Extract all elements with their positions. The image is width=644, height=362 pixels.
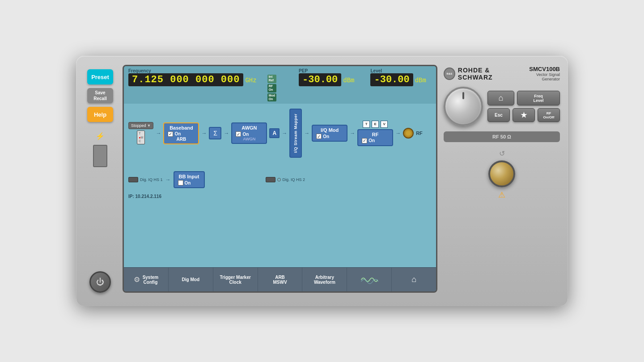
flow-area: Stopped ▼ T●MC → Baseband On: [124, 104, 436, 267]
arrow1: →: [156, 130, 161, 136]
dig-iq-hs2-section: Dig. IQ HS 2: [266, 177, 305, 182]
iq-mod-on-label: On: [323, 134, 329, 139]
tmc-block: T●MC: [137, 130, 145, 144]
power-button[interactable]: ⏻: [89, 271, 111, 293]
nav-wave-display[interactable]: [347, 268, 392, 291]
bb-input-block[interactable]: BB Input On: [174, 171, 205, 188]
bb-input-title: BB Input: [178, 174, 200, 179]
right-panel: R&S ROHDE & SCHWARZ SMCV100B Vector Sign…: [444, 65, 560, 293]
power-icon: ⏻: [96, 278, 104, 287]
rs-logo: R&S ROHDE & SCHWARZ: [444, 67, 521, 81]
nav-arb-mswv-label: ARB MSWV: [273, 275, 287, 285]
nav-dig-mod[interactable]: Dig Mod: [169, 268, 213, 291]
esc-button[interactable]: Esc: [487, 108, 510, 122]
stopped-block: Stopped ▼: [128, 122, 153, 129]
rf-on-indicator: RF On: [267, 84, 276, 93]
knob-row: ⌂ Freq Level Esc ★ RF On/Off: [444, 87, 560, 126]
stream-mapper-block[interactable]: I/Q Stream Mapper: [289, 109, 302, 158]
nav-home[interactable]: ⌂: [392, 268, 436, 291]
baseband-checkbox[interactable]: [168, 131, 173, 137]
level-section: Level -30.00 dBm: [370, 68, 426, 86]
level-unit: dBm: [415, 77, 426, 84]
awgn-on-label: On: [242, 132, 249, 137]
top-btn-row: ⌂ Freq Level: [487, 91, 560, 105]
rf-title: RF: [362, 132, 389, 137]
baseband-title: Baseband: [168, 125, 195, 130]
awgn-checkbox[interactable]: [236, 131, 241, 137]
pep-unit: dBm: [343, 77, 354, 84]
rotate-arrow-icon: ↺: [499, 149, 505, 158]
home-button[interactable]: ⌂: [487, 91, 514, 105]
stream-mapper-label: I/Q Stream Mapper: [293, 114, 298, 153]
preset-button[interactable]: Preset: [87, 69, 113, 84]
freq-unit: GHz: [245, 77, 256, 84]
dig-icon: [128, 177, 138, 182]
pep-value: -30.00: [299, 73, 341, 86]
star-button[interactable]: ★: [513, 108, 535, 122]
tev-row: T E V: [363, 121, 388, 128]
pep-section: PEP -30.00 dBm: [299, 68, 354, 86]
right-buttons-col: ⌂ Freq Level Esc ★ RF On/Off: [487, 91, 560, 122]
freq-level-button[interactable]: Freq Level: [517, 91, 560, 105]
awgn-title: AWGN: [236, 125, 263, 130]
baseband-block[interactable]: Baseband On ARB: [163, 122, 199, 144]
nav-system-config[interactable]: ⚙ System Config: [124, 268, 169, 291]
usb-port[interactable]: [93, 145, 107, 167]
left-panel: Preset SaveRecall Help ⚡ ⏻: [84, 65, 116, 293]
nav-arbitrary-waveform[interactable]: Arbitrary Waveform: [302, 268, 347, 291]
arrow2: →: [201, 130, 207, 136]
level-value: -30.00: [370, 73, 413, 86]
arrow3: →: [224, 130, 229, 136]
main-knob[interactable]: [444, 87, 483, 126]
dig-iq-hs2-label: Dig. IQ HS 2: [283, 177, 305, 182]
screen: Frequency 7.125 000 000 000 GHz Int Ref …: [124, 66, 436, 291]
bnc-connector[interactable]: [488, 160, 515, 187]
nav-arbitrary-waveform-label: Arbitrary Waveform: [314, 275, 335, 285]
arrow7: →: [395, 130, 401, 136]
pep-label: PEP: [299, 68, 354, 73]
tev-v: V: [381, 121, 388, 128]
iq-mod-block[interactable]: I/Q Mod On: [312, 125, 347, 142]
dig-iq-hs1-section: Dig. IQ HS 1: [128, 177, 163, 182]
dig-iq-hs1-label: Dig. IQ HS 1: [140, 177, 163, 182]
level-label: Level: [370, 68, 426, 73]
brand-name: ROHDE & SCHWARZ: [458, 67, 521, 81]
rf-on-label: On: [369, 138, 375, 143]
arrow8: →: [165, 177, 171, 183]
ip-address-row: IP: 10.214.2.116: [128, 192, 432, 200]
rf-checkbox[interactable]: [362, 138, 367, 143]
arrow6: →: [350, 130, 355, 136]
help-button[interactable]: Help: [87, 107, 113, 122]
freq-section: Frequency 7.125 000 000 000 GHz: [128, 68, 257, 86]
stream-a-label: A: [269, 128, 280, 138]
iq-mod-title: I/Q Mod: [316, 127, 343, 133]
warning-icon: ⚠: [498, 190, 505, 200]
rf-on-off-button[interactable]: RF On/Off: [538, 108, 560, 122]
bb-input-on-label: On: [185, 181, 191, 185]
bb-input-checkbox[interactable]: [178, 180, 183, 185]
rf-connector: [403, 128, 414, 139]
int-ref-indicator: Int Ref: [267, 75, 276, 83]
nav-bar: ⚙ System Config Dig Mod Trigger Marker C…: [124, 267, 436, 291]
iq-mod-checkbox[interactable]: [316, 134, 322, 139]
gear-icon: ⚙: [134, 275, 140, 284]
sigma-block: Σ: [209, 127, 221, 139]
save-recall-button[interactable]: SaveRecall: [87, 88, 113, 103]
screen-header: Frequency 7.125 000 000 000 GHz Int Ref …: [124, 66, 436, 104]
arrow4: →: [282, 130, 287, 136]
instrument-body: Preset SaveRecall Help ⚡ ⏻ Frequency 7.1…: [76, 56, 568, 306]
baseband-on-label: On: [174, 131, 181, 136]
nav-arb-mswv[interactable]: ARB MSWV: [258, 268, 303, 291]
screen-container: Frequency 7.125 000 000 000 GHz Int Ref …: [123, 65, 437, 293]
status-indicators: Int Ref RF On Mod On: [267, 75, 276, 101]
home-icon: ⌂: [411, 275, 416, 284]
rs-badge: R&S: [444, 67, 455, 80]
rf-block[interactable]: RF On: [357, 129, 393, 146]
brand-row: R&S ROHDE & SCHWARZ SMCV100B Vector Sign…: [444, 65, 560, 82]
connector-area: ↺ ⚠: [444, 149, 560, 200]
tev-e: E: [372, 121, 379, 128]
model-name: SMCV100B: [521, 66, 560, 72]
model-subtitle: Vector Signal Generator: [521, 72, 560, 81]
nav-trigger-marker[interactable]: Trigger Marker Clock: [213, 268, 258, 291]
awgn-block[interactable]: AWGN On AWGN: [231, 122, 267, 144]
